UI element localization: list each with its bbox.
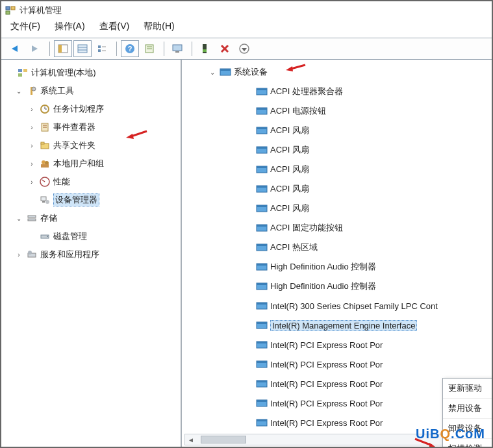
svg-rect-84 <box>257 322 267 324</box>
device-item[interactable]: High Definition Audio 控制器 <box>186 277 490 296</box>
device-item-label: Intel(R) PCI Express Root Por <box>270 418 383 428</box>
device-category-system[interactable]: ⌄ 系统设备 <box>186 62 490 82</box>
toolbar-separator <box>164 42 164 56</box>
expander-icon[interactable]: ⌄ <box>208 68 217 77</box>
device-icon <box>256 183 268 195</box>
device-item[interactable]: Intel(R) PCI Express Root Por <box>186 355 490 374</box>
svg-rect-74 <box>257 225 267 227</box>
svg-rect-60 <box>257 88 267 90</box>
tree-performance[interactable]: › 性能 <box>4 173 178 191</box>
services-icon <box>26 249 38 260</box>
monitor-button[interactable] <box>168 40 186 57</box>
tree-event-viewer[interactable]: › 事件查看器 <box>4 118 178 136</box>
expander-icon[interactable]: › <box>27 105 36 114</box>
device-item-label: ACPI 风扇 <box>270 144 309 156</box>
device-item[interactable]: ACPI 风扇 <box>186 199 490 218</box>
device-item[interactable]: ACPI 固定功能按钮 <box>186 218 490 238</box>
help-button[interactable]: ? <box>121 40 139 57</box>
nav-forward-button[interactable] <box>26 40 44 57</box>
svg-rect-58 <box>220 69 231 71</box>
menu-view[interactable]: 查看(V) <box>99 21 130 32</box>
menu-file[interactable]: 文件(F) <box>10 21 40 32</box>
tree-label: 共享文件夹 <box>53 140 95 151</box>
properties-button[interactable] <box>140 40 158 57</box>
toolbar-separator <box>49 42 50 56</box>
list-view-icon <box>77 44 88 53</box>
device-icon <box>256 203 268 214</box>
svg-point-48 <box>45 200 49 204</box>
expander-icon[interactable]: › <box>27 141 36 150</box>
device-item[interactable]: ACPI 风扇 <box>186 140 490 160</box>
device-icon <box>256 358 268 370</box>
tree-local-users[interactable]: › 本地用户和组 <box>4 155 178 173</box>
device-item-label: Intel(R) PCI Express Root Por <box>270 360 383 369</box>
scroll-left-icon[interactable]: ◄ <box>185 434 197 445</box>
arrow-right-icon <box>29 44 41 53</box>
menu-bar: 文件(F) 操作(A) 查看(V) 帮助(H) <box>1 18 492 38</box>
expander-icon[interactable]: › <box>14 250 23 259</box>
device-item[interactable]: ACPI 风扇 <box>186 179 490 199</box>
tree-services-apps[interactable]: › 服务和应用程序 <box>4 245 178 264</box>
tree-device-manager[interactable]: › 设备管理器 <box>4 191 178 209</box>
device-item[interactable]: ACPI 处理器聚合器 <box>186 82 490 101</box>
expander-icon[interactable]: ⌄ <box>14 214 23 223</box>
device-icon <box>256 319 268 331</box>
scroll-thumb[interactable] <box>201 436 246 443</box>
svg-rect-88 <box>257 361 267 363</box>
device-item-label: ACPI 风扇 <box>270 183 309 195</box>
tree-task-scheduler[interactable]: › 任务计划程序 <box>4 100 178 118</box>
disable-button[interactable] <box>216 40 234 57</box>
svg-rect-49 <box>28 216 36 218</box>
tree-system-tools[interactable]: ⌄ 系统工具 <box>4 82 178 100</box>
show-hide-tree-button[interactable] <box>54 40 72 57</box>
svg-rect-30 <box>18 73 22 77</box>
view-list-button[interactable] <box>73 40 92 57</box>
tree-disk-management[interactable]: › 磁盘管理 <box>4 227 178 245</box>
device-item[interactable]: ACPI 风扇 <box>186 160 490 179</box>
arrow-left-icon <box>10 44 21 53</box>
annotation-arrow-right-top <box>284 62 308 74</box>
device-item[interactable]: High Definition Audio 控制器 <box>186 257 490 277</box>
svg-rect-21 <box>175 51 179 53</box>
device-item[interactable]: Intel(R) PCI Express Root Por <box>186 335 490 355</box>
update-button[interactable] <box>235 40 253 57</box>
detail-view-icon <box>97 44 107 53</box>
expander-icon[interactable]: ⌄ <box>14 86 23 95</box>
tree-root[interactable]: ▶ 计算机管理(本地) <box>4 64 178 82</box>
users-icon <box>39 158 51 169</box>
down-arrow-circle-icon <box>239 44 249 54</box>
svg-line-95 <box>291 65 305 69</box>
device-item[interactable]: ACPI 热区域 <box>186 238 490 257</box>
tree-storage[interactable]: ⌄ 存储 <box>4 209 178 227</box>
device-icon <box>256 164 268 175</box>
tree-label: 存储 <box>40 212 57 224</box>
ctx-disable-device[interactable]: 禁用设备 <box>443 399 492 419</box>
svg-rect-94 <box>257 419 267 421</box>
menu-action[interactable]: 操作(A) <box>55 21 85 32</box>
expander-icon[interactable]: › <box>27 159 36 168</box>
svg-point-32 <box>32 87 36 91</box>
svg-marker-4 <box>12 45 18 52</box>
device-item[interactable]: Intel(R) 300 Series Chipset Family LPC C… <box>186 296 490 316</box>
device-icon <box>256 339 268 351</box>
tree-shared-folders[interactable]: › 共享文件夹 <box>4 136 178 155</box>
toolbar-separator <box>192 42 192 56</box>
computer-icon <box>17 67 29 79</box>
enable-button[interactable] <box>196 40 214 57</box>
expander-icon[interactable]: › <box>27 123 36 132</box>
storage-icon <box>26 212 38 224</box>
device-item-label: ACPI 电源按钮 <box>270 105 326 117</box>
nav-back-button[interactable] <box>6 40 25 57</box>
device-item-label: ACPI 热区域 <box>270 242 318 253</box>
device-item[interactable]: Intel(R) Management Engine Interface <box>186 316 490 335</box>
menu-help[interactable]: 帮助(H) <box>144 21 174 32</box>
device-item-label: ACPI 固定功能按钮 <box>270 222 343 234</box>
expander-icon[interactable]: › <box>27 177 36 186</box>
device-item[interactable]: ACPI 电源按钮 <box>186 101 490 121</box>
device-item-label: ACPI 风扇 <box>270 125 309 136</box>
ctx-update-driver[interactable]: 更新驱动 <box>443 379 492 399</box>
view-detail-button[interactable] <box>93 40 111 57</box>
device-item[interactable]: ACPI 风扇 <box>186 121 490 140</box>
device-list-pane: ⌄ 系统设备 ACPI 处理器聚合器ACPI 电源按钮ACPI 风扇ACPI 风… <box>182 60 492 447</box>
monitor-icon <box>171 44 183 54</box>
